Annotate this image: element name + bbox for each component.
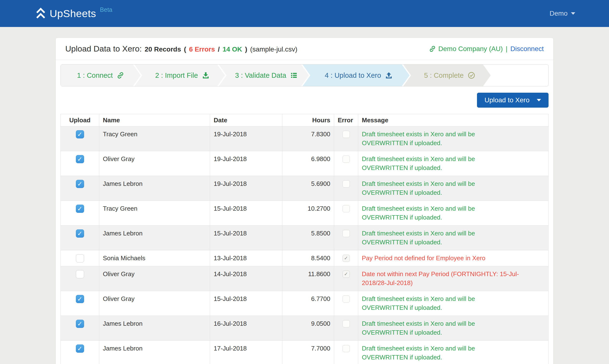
step-validate-label: 3 : Validate Data	[235, 72, 286, 79]
wizard-steps: 1 : Connect 2 : Import File 3 : Validate…	[60, 64, 549, 86]
upload-to-xero-button[interactable]: Upload to Xero	[477, 93, 549, 108]
ok-count: 14 OK	[223, 46, 242, 53]
company-name: Demo Company (AU)	[438, 45, 503, 53]
records-table: Upload Name Date Hours Error Message Tra…	[60, 114, 549, 364]
chevron-down-icon	[571, 12, 575, 15]
cell-message: Draft timesheet exists in Xero and will …	[362, 294, 516, 312]
upload-panel: Upload Data to Xero: 20 Records ( 6 Erro…	[55, 38, 554, 364]
panel-body: 1 : Connect 2 : Import File 3 : Validate…	[56, 60, 553, 364]
upload-checkbox[interactable]	[76, 270, 84, 278]
header-name: Name	[99, 114, 210, 126]
error-checkbox	[343, 180, 350, 188]
table-row: Tracy Green 19-Jul-2018 7.8300 Draft tim…	[61, 126, 549, 151]
step-connect-label: 1 : Connect	[77, 72, 113, 79]
table-row: James Lebron 19-Jul-2018 5.6900 Draft ti…	[61, 176, 549, 201]
table-body: Tracy Green 19-Jul-2018 7.8300 Draft tim…	[61, 126, 549, 364]
cell-name: Oliver Gray	[99, 151, 210, 176]
step-upload-to-xero[interactable]: 4 : Upload to Xero	[303, 65, 410, 86]
cell-name: Tracy Green	[99, 201, 210, 226]
disconnect-link[interactable]: Disconnect	[510, 45, 544, 53]
list-icon	[290, 72, 298, 79]
table-row: Sonia Michaels 13-Jul-2018 8.5400 Pay Pe…	[61, 250, 549, 266]
cell-hours: 5.6900	[282, 176, 334, 201]
cell-date: 19-Jul-2018	[210, 176, 282, 201]
page-title: Upload Data to Xero:	[65, 44, 142, 53]
step-validate-data[interactable]: 3 : Validate Data	[219, 65, 309, 86]
records-count: 20 Records	[145, 46, 181, 53]
header-error: Error	[334, 114, 358, 126]
upload-checkbox[interactable]	[76, 344, 84, 353]
cell-hours: 6.9800	[282, 151, 334, 176]
panel-heading: Upload Data to Xero: 20 Records ( 6 Erro…	[56, 38, 553, 60]
table-row: Oliver Gray 19-Jul-2018 6.9800 Draft tim…	[61, 151, 549, 176]
cell-message: Draft timesheet exists in Xero and will …	[362, 179, 516, 197]
error-checkbox	[343, 295, 350, 303]
table-row: Oliver Gray 15-Jul-2018 6.7700 Draft tim…	[61, 291, 549, 316]
user-menu[interactable]: Demo	[549, 10, 575, 17]
header-date: Date	[210, 114, 282, 126]
cell-name: James Lebron	[99, 316, 210, 341]
cell-name: James Lebron	[99, 176, 210, 201]
error-checkbox	[343, 255, 350, 262]
double-chevron-up-icon	[35, 7, 46, 20]
upload-checkbox[interactable]	[76, 320, 84, 328]
cell-name: Oliver Gray	[99, 291, 210, 316]
upload-checkbox[interactable]	[76, 254, 84, 262]
error-checkbox	[343, 156, 350, 163]
step-connect[interactable]: 1 : Connect	[61, 65, 141, 86]
step-import-label: 2 : Import File	[155, 72, 198, 79]
table-row: Oliver Gray 14-Jul-2018 11.8600 Date not…	[61, 266, 549, 291]
cell-message: Draft timesheet exists in Xero and will …	[362, 344, 516, 362]
company-link[interactable]: Demo Company (AU)	[429, 45, 503, 53]
table-row: James Lebron 17-Jul-2018 7.7000 Draft ti…	[61, 341, 549, 364]
cell-date: 15-Jul-2018	[210, 201, 282, 226]
cell-date: 19-Jul-2018	[210, 151, 282, 176]
separator-pipe: |	[506, 45, 507, 53]
cell-hours: 11.8600	[282, 266, 334, 291]
paren-close: )	[245, 46, 247, 53]
cell-date: 15-Jul-2018	[210, 291, 282, 316]
step-complete[interactable]: 5 : Complete	[403, 65, 491, 86]
cell-hours: 6.7700	[282, 291, 334, 316]
error-checkbox	[343, 271, 350, 278]
link-icon	[117, 72, 124, 79]
step-import-file[interactable]: 2 : Import File	[134, 65, 225, 86]
actions-bar: Upload to Xero	[60, 93, 549, 108]
user-menu-label: Demo	[549, 10, 568, 17]
errors-count: 6 Errors	[189, 46, 215, 53]
upload-checkbox[interactable]	[76, 180, 84, 188]
cell-name: Oliver Gray	[99, 266, 210, 291]
upload-checkbox[interactable]	[76, 205, 84, 213]
cell-name: James Lebron	[99, 226, 210, 250]
chevron-down-icon	[537, 99, 541, 101]
upload-button-label: Upload to Xero	[484, 96, 530, 104]
brand[interactable]: UpSheets Beta	[35, 7, 112, 20]
error-checkbox	[343, 131, 350, 138]
cell-message: Draft timesheet exists in Xero and will …	[362, 319, 516, 337]
check-circle-icon	[468, 72, 475, 79]
header-hours: Hours	[282, 114, 334, 126]
step-upload-label: 4 : Upload to Xero	[325, 72, 381, 79]
header-message: Message	[358, 114, 549, 126]
table-row: Tracy Green 15-Jul-2018 10.2700 Draft ti…	[61, 201, 549, 226]
cell-name: Tracy Green	[99, 126, 210, 151]
cell-date: 13-Jul-2018	[210, 250, 282, 266]
cell-hours: 7.8300	[282, 126, 334, 151]
cell-date: 19-Jul-2018	[210, 126, 282, 151]
step-complete-label: 5 : Complete	[424, 72, 463, 79]
upload-checkbox[interactable]	[76, 130, 84, 138]
error-checkbox	[343, 320, 350, 327]
cell-message: Draft timesheet exists in Xero and will …	[362, 155, 516, 172]
cell-name: James Lebron	[99, 341, 210, 364]
upload-checkbox[interactable]	[76, 295, 84, 303]
upload-checkbox[interactable]	[76, 229, 84, 238]
cell-message: Draft timesheet exists in Xero and will …	[362, 204, 516, 222]
cell-name: Sonia Michaels	[99, 250, 210, 266]
filename: (sample-jul.csv)	[250, 46, 297, 53]
upload-checkbox[interactable]	[76, 155, 84, 163]
cell-hours: 7.7000	[282, 341, 334, 364]
table-row: James Lebron 16-Jul-2018 9.0500 Draft ti…	[61, 316, 549, 341]
cell-message: Draft timesheet exists in Xero and will …	[362, 130, 516, 148]
cell-date: 15-Jul-2018	[210, 226, 282, 250]
cell-date: 14-Jul-2018	[210, 266, 282, 291]
